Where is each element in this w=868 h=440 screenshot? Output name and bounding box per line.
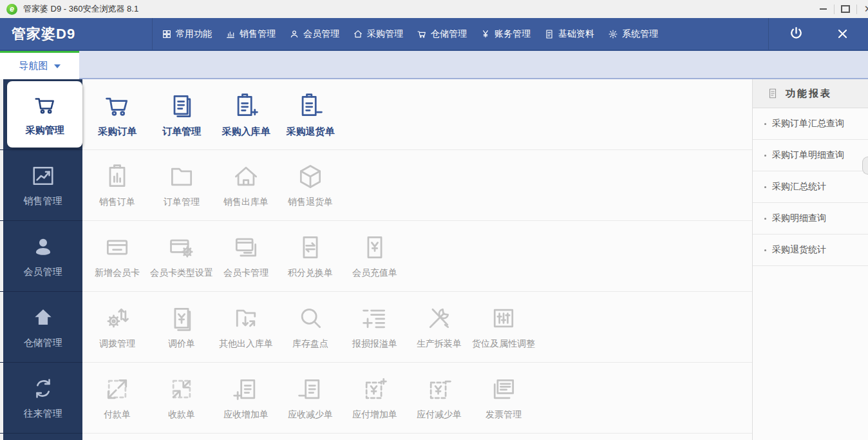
minimize-button[interactable] [812,0,834,18]
function-card-house[interactable]: 销售出库单 [214,162,278,208]
function-card-label: 销售订单 [99,196,135,208]
function-card-label: 采购订单 [98,126,137,138]
function-card-arrows-in[interactable]: 收款单 [149,375,214,421]
report-panel: 功能报表 采购订单汇总查询采购订单明细查询采购汇总统计采购明细查询采购退货统计 [752,79,868,440]
function-card-receipt-yen[interactable]: 会员充值单 [343,233,407,279]
power-icon [788,26,804,42]
function-card-label: 订单管理 [162,126,201,138]
panel-collapse-handle[interactable] [862,157,868,175]
person-solid-icon [31,234,55,259]
gear-icon [608,29,618,39]
function-card-label: 会员充值单 [352,267,397,279]
function-card-yenbox-plus[interactable]: 应付增加单 [343,375,407,421]
close-window-button[interactable]: ✕ [857,0,868,18]
report-link[interactable]: 采购订单明细查询 [753,140,868,171]
function-card-yenbox-minus[interactable]: 应付减少单 [407,375,471,421]
clipboard-minus-icon [296,91,325,120]
tab-bar: 导航图 [0,50,868,79]
report-link[interactable]: 采购订单汇总查询 [753,108,868,140]
function-card-sliders[interactable]: 货位及属性调整 [471,304,536,350]
folder-arrows-icon [232,304,260,332]
function-card-doc-minus[interactable]: 应收减少单 [278,375,343,421]
function-card-cube[interactable]: 销售退货单 [278,162,343,208]
sidebar-selected-card: 采购管理 [7,81,82,148]
report-link-label: 采购退货统计 [772,244,826,256]
cards-icon [232,233,260,262]
sidebar-item-chart-growth[interactable]: 销售管理 [0,150,82,221]
folder-icon [167,162,196,191]
doc-pages-icon [167,91,196,120]
function-card-magnifier[interactable]: 库存盘点 [278,304,343,350]
function-card-label: 报损报溢单 [352,338,397,350]
tab-navigation-map[interactable]: 导航图 [0,51,79,79]
invoice-stack-icon [489,375,518,403]
receipt-swap-icon [296,233,325,262]
function-card-folder-arrows[interactable]: 其他出入库单 [214,304,278,350]
function-card-arrows-out[interactable]: 付款单 [85,375,149,421]
close-app-button[interactable] [836,28,849,40]
report-link-label: 采购汇总统计 [772,181,826,193]
report-link[interactable]: 采购汇总统计 [753,171,868,203]
clipboard-plus-icon [232,91,260,120]
magnifier-icon [296,304,325,332]
cart-icon [103,91,131,120]
home-icon [353,29,363,39]
function-card-label: 积分兑换单 [288,267,333,279]
sidebar-item-cart[interactable]: 采购管理 [0,79,82,150]
bullet-dot [764,123,766,125]
function-card-tools[interactable]: 生产拆装单 [407,304,471,350]
window-controls: ✕ [812,0,868,18]
sidebar-item-label: 仓储管理 [24,337,62,349]
nav-item-person[interactable]: 会员管理 [288,26,341,43]
tools-icon [425,304,453,332]
arrows-out-icon [103,375,131,403]
nav-item-document[interactable]: 基础资料 [543,26,596,43]
nav-item-home[interactable]: 采购管理 [352,26,404,43]
function-card-cart[interactable]: 采购订单 [85,91,149,138]
function-card-label: 调拨管理 [99,338,135,350]
function-card-doc-yen[interactable]: 调价单 [149,304,214,350]
function-card-doc-adjust[interactable]: 报损报溢单 [343,304,407,350]
function-card-card-gear[interactable]: 会员卡类型设置 [149,233,214,279]
yen-icon [480,29,491,39]
module-sidebar: 采购管理销售管理会员管理仓储管理往来管理 [0,79,82,440]
function-card-doc-pages[interactable]: 订单管理 [149,91,214,138]
navbar-actions [768,18,868,50]
card-gear-icon [167,233,196,262]
sidebar-item-label: 销售管理 [24,195,62,207]
report-link[interactable]: 采购退货统计 [753,234,868,266]
nav-item-cart[interactable]: 仓储管理 [415,26,468,43]
function-card-clipboard-plus[interactable]: 采购入库单 [214,91,278,138]
function-card-receipt-swap[interactable]: 积分兑换单 [278,233,343,279]
nav-item-grid[interactable]: 常用功能 [160,26,213,43]
function-card-gear-arrows[interactable]: 调拨管理 [85,304,149,350]
sidebar-item-warehouse[interactable]: 仓储管理 [0,292,82,363]
maximize-button[interactable] [835,0,856,18]
function-card-folder[interactable]: 订单管理 [149,162,214,208]
function-row: 采购订单订单管理采购入库单采购退货单 [82,79,752,150]
logout-button[interactable] [788,26,804,42]
app-logo: 管家婆D9 [0,18,153,50]
sidebar-item-person[interactable]: 会员管理 [0,221,82,292]
sidebar-item-refresh[interactable]: 往来管理 [0,363,82,434]
barchart-icon [225,29,236,39]
tab-label: 导航图 [19,60,48,72]
nav-item-gear[interactable]: 系统管理 [607,26,659,43]
function-card-label: 销售退货单 [288,196,333,208]
function-card-doc-plus[interactable]: 应收增加单 [214,375,278,421]
maximize-icon [841,5,850,13]
grid-icon [162,29,172,39]
content-area: 采购管理销售管理会员管理仓储管理往来管理 采购订单订单管理采购入库单采购退货单销… [0,79,868,440]
report-link[interactable]: 采购明细查询 [753,203,868,234]
function-card-clipboard-chart[interactable]: 销售订单 [85,162,149,208]
nav-item-yen[interactable]: 账务管理 [479,26,532,43]
function-card-label: 应收减少单 [288,409,333,421]
report-link-label: 采购明细查询 [772,213,826,224]
nav-item-barchart[interactable]: 销售管理 [224,26,277,43]
warehouse-icon [31,305,55,330]
function-card-cards[interactable]: 会员卡管理 [214,233,278,279]
function-card-invoice-stack[interactable]: 发票管理 [471,375,536,421]
function-card-clipboard-minus[interactable]: 采购退货单 [278,91,343,138]
cart-icon [417,29,427,39]
function-card-card[interactable]: 新增会员卡 [85,233,149,279]
